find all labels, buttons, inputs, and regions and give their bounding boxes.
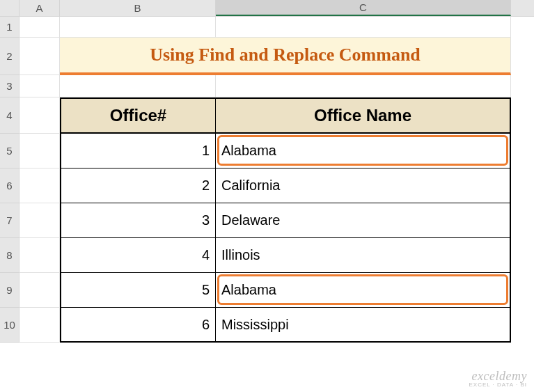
cell-a8[interactable] xyxy=(19,238,60,273)
cells-area: Using Find and Replace Command Office# O… xyxy=(19,17,511,343)
row-header-4[interactable]: 4 xyxy=(0,97,19,134)
cell-office-num[interactable]: 4 xyxy=(60,238,216,273)
cell-office-name[interactable]: California xyxy=(216,168,511,203)
row-header-6[interactable]: 6 xyxy=(0,168,19,203)
cell-office-name[interactable]: Alabama xyxy=(216,273,511,308)
cell-office-num[interactable]: 1 xyxy=(60,134,216,168)
cell-a2[interactable] xyxy=(19,38,60,75)
row-header-7[interactable]: 7 xyxy=(0,203,19,238)
cell-b1[interactable] xyxy=(60,17,216,38)
header-office-num[interactable]: Office# xyxy=(60,97,216,134)
watermark: exceldemy EXCEL · DATA · BI xyxy=(469,370,527,388)
cell-a7[interactable] xyxy=(19,203,60,238)
column-header-a[interactable]: A xyxy=(19,0,60,16)
column-header-b[interactable]: B xyxy=(60,0,216,16)
row-header-9[interactable]: 9 xyxy=(0,273,19,308)
row-header-1[interactable]: 1 xyxy=(0,17,19,38)
cell-c1[interactable] xyxy=(216,17,511,38)
row-header-2[interactable]: 2 xyxy=(0,38,19,75)
cell-b3[interactable] xyxy=(60,75,216,97)
watermark-tagline: EXCEL · DATA · BI xyxy=(469,382,527,388)
cell-office-name[interactable]: Alabama xyxy=(216,134,511,168)
row-header-8[interactable]: 8 xyxy=(0,238,19,273)
cell-office-num[interactable]: 6 xyxy=(60,308,216,343)
column-header-row: A B C xyxy=(0,0,534,17)
row-header-column: 1 2 3 4 5 6 7 8 9 10 xyxy=(0,17,19,343)
title-cell[interactable]: Using Find and Replace Command xyxy=(60,38,511,75)
row-header-3[interactable]: 3 xyxy=(0,75,19,97)
header-office-name[interactable]: Office Name xyxy=(216,97,511,134)
cell-office-num[interactable]: 3 xyxy=(60,203,216,238)
cell-a10[interactable] xyxy=(19,308,60,343)
cell-office-num[interactable]: 2 xyxy=(60,168,216,203)
watermark-brand: exceldemy xyxy=(469,370,527,382)
cell-office-num[interactable]: 5 xyxy=(60,273,216,308)
cell-c3[interactable] xyxy=(216,75,511,97)
row-header-10[interactable]: 10 xyxy=(0,308,19,343)
cell-office-name[interactable]: Delaware xyxy=(216,203,511,238)
cell-office-name[interactable]: Mississippi xyxy=(216,308,511,343)
cell-a5[interactable] xyxy=(19,134,60,168)
cell-office-name[interactable]: Illinois xyxy=(216,238,511,273)
row-header-5[interactable]: 5 xyxy=(0,134,19,168)
cell-a6[interactable] xyxy=(19,168,60,203)
cell-a9[interactable] xyxy=(19,273,60,308)
column-header-c[interactable]: C xyxy=(216,0,511,16)
cell-a1[interactable] xyxy=(19,17,60,38)
cell-a4[interactable] xyxy=(19,97,60,134)
cell-a3[interactable] xyxy=(19,75,60,97)
select-all-corner[interactable] xyxy=(0,0,19,17)
